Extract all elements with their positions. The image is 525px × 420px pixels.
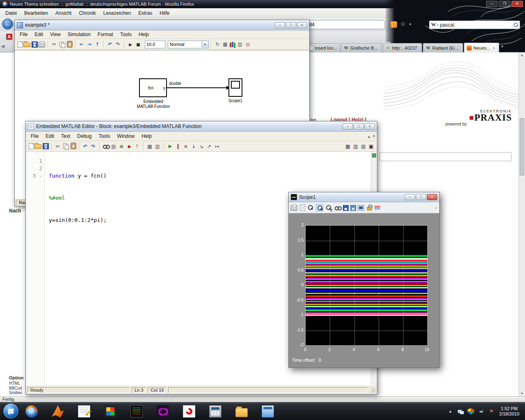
volume-icon[interactable]: [478, 408, 484, 415]
toolbar-overflow-chevron-icon[interactable]: ›: [435, 205, 438, 210]
scope-title-bar[interactable]: Scope1: [289, 192, 439, 202]
up-icon[interactable]: [94, 41, 101, 48]
goto-icon[interactable]: [110, 143, 117, 150]
tab-4[interactable]: W Radiant (Ei...: [423, 43, 463, 52]
tab-list-chevron-icon[interactable]: ▾: [501, 44, 503, 48]
scope-axes[interactable]: [305, 225, 428, 346]
copy-icon[interactable]: [58, 41, 66, 48]
firefox-close-button[interactable]: ✕: [511, 1, 523, 7]
folder-icon[interactable]: [235, 408, 248, 417]
library-icon[interactable]: [229, 42, 236, 48]
menu-chronik[interactable]: Chronik: [75, 9, 99, 17]
zoom-x-icon[interactable]: x: [316, 204, 323, 211]
parameters-icon[interactable]: [300, 205, 305, 211]
single-icon[interactable]: [368, 143, 375, 150]
lock-axes-icon[interactable]: [367, 207, 372, 210]
menu-tools[interactable]: Tools: [95, 133, 113, 139]
maximize-button[interactable]: [416, 194, 426, 200]
signal-line[interactable]: [167, 87, 227, 88]
paste-icon[interactable]: [71, 143, 76, 149]
print-icon[interactable]: [290, 205, 297, 211]
scrollbar-thumb[interactable]: [520, 118, 524, 176]
redo-icon[interactable]: [114, 41, 121, 48]
menu-debug[interactable]: Debug: [74, 133, 95, 139]
mode-dropdown-chevron-icon[interactable]: ▼: [202, 41, 208, 48]
scope-block[interactable]: [228, 78, 242, 97]
explorer-icon[interactable]: [262, 405, 274, 418]
firefox-restore-button[interactable]: ❐: [499, 1, 510, 7]
network-icon[interactable]: [457, 408, 464, 415]
shield-icon[interactable]: [468, 408, 474, 415]
taskbar-clock[interactable]: 1:52 PM 2/18/2010: [498, 406, 523, 417]
step-in-icon[interactable]: [198, 143, 205, 150]
comment-icon[interactable]: [118, 143, 125, 150]
editor-title-bar[interactable]: Embedded MATLAB Editor - Block: example3…: [26, 121, 377, 132]
simulink-title-bar[interactable]: example3 *: [15, 20, 309, 30]
minimize-button[interactable]: [405, 194, 415, 200]
zoom-icon[interactable]: [307, 204, 314, 211]
forward-icon[interactable]: [86, 41, 93, 48]
package-icon[interactable]: [154, 143, 161, 150]
calculator-icon[interactable]: [209, 405, 221, 418]
publish-up-icon[interactable]: [133, 143, 141, 150]
search-engine-chevron-icon[interactable]: ▾: [437, 23, 439, 27]
minimize-button[interactable]: [275, 22, 285, 28]
simulation-mode-select[interactable]: Normal ▼: [168, 41, 209, 48]
matlab-figure-icon[interactable]: [130, 405, 143, 418]
presentation-icon[interactable]: [157, 405, 169, 418]
search-engine-icon[interactable]: W: [431, 22, 436, 28]
menu-edit[interactable]: Edit: [42, 133, 57, 139]
undo-icon[interactable]: [82, 143, 89, 150]
menu-bearbeiten[interactable]: Bearbeiten: [21, 9, 52, 17]
cut-icon[interactable]: [50, 41, 58, 48]
firefox-icon[interactable]: [25, 405, 38, 418]
resize-grip[interactable]: [371, 388, 375, 393]
start-button[interactable]: [3, 404, 18, 419]
menu-extras[interactable]: Extras: [135, 9, 156, 17]
breakpoint-target-icon[interactable]: [126, 143, 133, 150]
embedded-matlab-function-block[interactable]: fcn y: [139, 78, 167, 97]
build-icon[interactable]: [146, 143, 153, 150]
forum-input-field[interactable]: [379, 152, 511, 161]
search-input[interactable]: [440, 22, 512, 28]
stop-icon[interactable]: [135, 41, 142, 48]
menu-window[interactable]: Window: [114, 133, 138, 139]
run-black-icon[interactable]: [127, 41, 134, 48]
find-icon[interactable]: [102, 143, 110, 150]
grid-2h-icon[interactable]: [352, 143, 359, 150]
menu-file[interactable]: File: [16, 31, 31, 38]
paste-icon[interactable]: [67, 41, 73, 48]
run-green-icon[interactable]: [167, 143, 174, 150]
signal-selection-icon[interactable]: [374, 204, 381, 211]
open-icon[interactable]: [23, 43, 30, 47]
cut-icon[interactable]: [54, 143, 62, 150]
close-document-icon[interactable]: ×: [372, 133, 375, 139]
flag-icon[interactable]: [488, 408, 495, 415]
tab-scroll-left-icon[interactable]: ◀: [1, 44, 5, 48]
print-icon[interactable]: [38, 42, 45, 48]
firefox-minimize-button[interactable]: —: [486, 1, 498, 7]
tab-close-icon[interactable]: ×: [493, 46, 495, 50]
maximize-button[interactable]: [354, 123, 364, 130]
open-icon[interactable]: [34, 144, 41, 149]
code-analyzer-ok-indicator[interactable]: [372, 153, 376, 158]
maximize-button[interactable]: [286, 22, 296, 28]
save-icon[interactable]: [32, 41, 38, 48]
menu-edit[interactable]: Edit: [31, 31, 46, 38]
refresh-icon[interactable]: [214, 41, 221, 48]
autoscale-icon[interactable]: [334, 204, 341, 211]
grid-2v-icon[interactable]: [360, 143, 367, 150]
undo-icon[interactable]: [106, 41, 114, 48]
matlab-icon[interactable]: [52, 405, 64, 418]
page-scrollbar[interactable]: ▲ ▼: [518, 52, 525, 396]
step-icon[interactable]: [190, 143, 197, 150]
menu-simulation[interactable]: Simulation: [64, 31, 94, 38]
minimize-button[interactable]: [342, 123, 353, 130]
menu-file[interactable]: File: [27, 133, 42, 139]
close-button[interactable]: [365, 123, 375, 130]
back-button[interactable]: ←: [2, 18, 13, 30]
chevron-up-icon[interactable]: [447, 408, 454, 415]
exit-debug-icon[interactable]: [182, 143, 189, 150]
float-scope-icon[interactable]: [358, 205, 364, 210]
undock-icon[interactable]: ▴: [368, 134, 370, 139]
